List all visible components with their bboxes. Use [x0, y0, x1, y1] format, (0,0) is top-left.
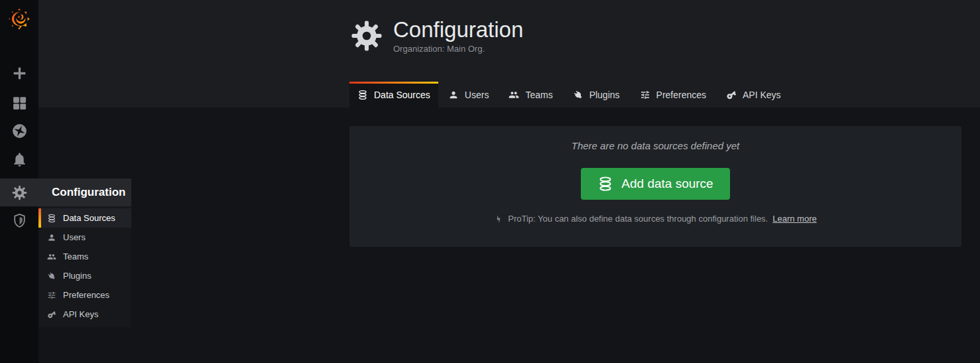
page-subtitle: Organization: Main Org.	[393, 44, 523, 54]
key-icon	[726, 90, 737, 100]
dashboards-grid-icon	[11, 95, 28, 111]
flyout-item-teams[interactable]: Teams	[38, 247, 131, 266]
flyout-item-label: Users	[63, 232, 86, 242]
bolt-icon	[494, 214, 503, 224]
sidebar-item-configuration[interactable]	[0, 179, 38, 206]
add-data-source-button-label: Add data source	[621, 177, 713, 191]
sidebar-item-create[interactable]	[0, 60, 38, 86]
user-icon	[47, 233, 56, 242]
flyout-items: Data Sources Users Teams Plugins Prefere…	[38, 206, 131, 327]
protip-text: ProTip: You can also define data sources…	[508, 214, 768, 224]
add-data-source-button[interactable]: Add data source	[581, 168, 729, 200]
plug-icon	[47, 271, 56, 281]
compass-icon	[11, 123, 28, 139]
gear-icon	[11, 184, 28, 201]
page-title: Configuration	[393, 16, 523, 43]
flyout-item-label: Data Sources	[63, 213, 115, 223]
database-icon	[47, 214, 56, 223]
tab-label: Preferences	[656, 90, 706, 100]
plug-icon	[573, 90, 583, 100]
sidebar-item-dashboards[interactable]	[0, 90, 38, 116]
tab-bar: Data Sources Users Teams Plugins Prefere…	[349, 82, 791, 108]
tab-teams[interactable]: Teams	[499, 82, 562, 108]
key-icon	[47, 310, 56, 319]
tab-users[interactable]: Users	[438, 82, 499, 108]
plus-icon	[11, 65, 28, 82]
flyout-item-api-keys[interactable]: API Keys	[38, 305, 131, 324]
protip-line: ProTip: You can also define data sources…	[494, 214, 816, 224]
flyout-item-label: Teams	[63, 252, 88, 261]
database-icon	[597, 176, 613, 192]
tab-label: Plugins	[589, 90, 620, 100]
tab-plugins[interactable]: Plugins	[563, 82, 630, 108]
grafana-app: Configuration Data Sources Users Teams P…	[0, 0, 980, 363]
sidebar-item-home[interactable]	[0, 3, 38, 33]
flyout-title: Configuration	[38, 179, 131, 206]
tab-label: Data Sources	[374, 90, 430, 100]
tab-preferences[interactable]: Preferences	[630, 82, 716, 108]
flyout-item-data-sources[interactable]: Data Sources	[38, 208, 131, 228]
data-sources-panel: There are no data sources defined yet Ad…	[349, 126, 961, 247]
flyout-item-preferences[interactable]: Preferences	[38, 285, 131, 305]
empty-state-message: There are no data sources defined yet	[572, 140, 740, 151]
users-icon	[47, 252, 56, 261]
tab-data-sources[interactable]: Data Sources	[349, 82, 438, 108]
user-icon	[448, 90, 459, 100]
sidebar	[0, 0, 38, 363]
flyout-item-plugins[interactable]: Plugins	[38, 266, 131, 285]
grafana-logo-icon	[7, 5, 32, 31]
flyout-item-users[interactable]: Users	[38, 228, 131, 247]
gear-icon	[349, 19, 384, 53]
flyout-item-label: Plugins	[63, 271, 92, 281]
users-icon	[509, 90, 519, 100]
tab-label: Users	[465, 90, 489, 100]
tab-label: Teams	[525, 90, 552, 100]
sidebar-item-server-admin[interactable]	[0, 207, 38, 234]
flyout-item-label: Preferences	[63, 290, 109, 300]
learn-more-link[interactable]: Learn more	[772, 214, 816, 224]
sidebar-item-alerting[interactable]	[0, 146, 38, 173]
bell-icon	[11, 151, 28, 168]
tab-api-keys[interactable]: API Keys	[716, 82, 791, 108]
sliders-icon	[640, 90, 650, 100]
sliders-icon	[47, 291, 56, 300]
tab-label: API Keys	[743, 90, 781, 100]
sidebar-item-explore[interactable]	[0, 117, 38, 144]
shield-icon	[11, 212, 28, 229]
configuration-flyout-menu: Configuration Data Sources Users Teams P…	[38, 179, 131, 327]
page-header: Configuration Organization: Main Org.	[349, 16, 523, 54]
database-icon	[357, 90, 368, 100]
flyout-item-label: API Keys	[63, 309, 98, 319]
